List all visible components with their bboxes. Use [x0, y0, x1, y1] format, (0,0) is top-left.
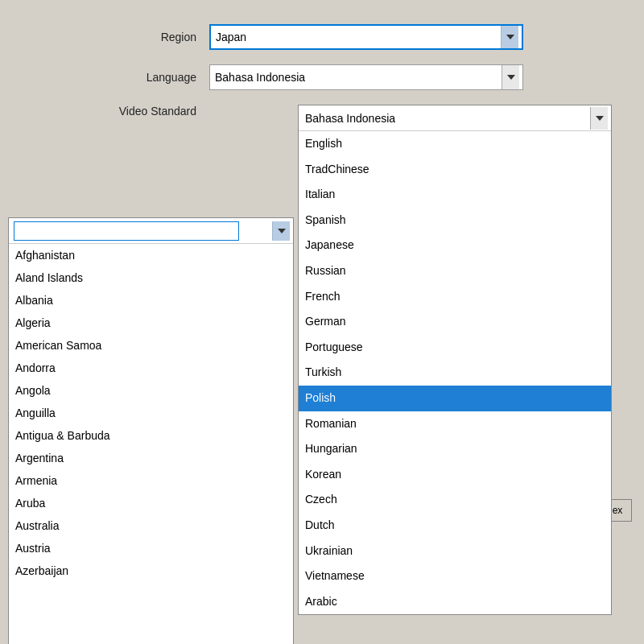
chevron-down-icon [596, 116, 604, 121]
language-selected-value: Bahasa Indonesia [215, 71, 305, 84]
language-item[interactable]: Spanish [299, 208, 611, 233]
region-dropdown[interactable]: Japan [209, 24, 523, 50]
region-row: Region Japan [64, 24, 628, 50]
language-item[interactable]: Romanian [299, 411, 611, 437]
language-label: Language [64, 71, 209, 84]
region-list-arrow[interactable] [272, 221, 290, 241]
region-item[interactable]: Austria [9, 537, 293, 559]
language-dropdown-arrow[interactable] [502, 65, 519, 89]
video-standard-label: Video Standard [64, 105, 209, 118]
language-item[interactable]: Ukrainian [299, 539, 611, 564]
language-item[interactable]: French [299, 284, 611, 310]
language-dropdown-container: Bahasa Indonesia [209, 64, 523, 90]
language-item[interactable]: German [299, 309, 611, 335]
region-item[interactable]: Aland Islands [9, 266, 293, 289]
region-selected-value: Japan [216, 31, 246, 43]
language-item[interactable]: Polish [299, 386, 611, 411]
region-label: Region [64, 31, 209, 43]
region-item[interactable]: Antigua & Barbuda [9, 424, 293, 447]
language-listbox: Bahasa Indonesia EnglishTradChineseItali… [298, 105, 612, 615]
region-item[interactable]: American Samoa [9, 334, 293, 357]
region-dropdown-container: Japan [209, 24, 523, 50]
region-item[interactable]: Armenia [9, 469, 293, 492]
region-dropdown-arrow[interactable] [501, 26, 518, 48]
region-item[interactable]: Azerbaijan [9, 559, 293, 582]
region-item[interactable]: Algeria [9, 312, 293, 334]
region-item[interactable]: Aruba [9, 492, 293, 514]
region-search-input[interactable] [14, 221, 239, 241]
region-item[interactable]: Argentina [9, 447, 293, 469]
language-list[interactable]: EnglishTradChineseItalianSpanishJapanese… [299, 131, 611, 614]
region-item[interactable]: Australia [9, 514, 293, 537]
language-item[interactable]: Hungarian [299, 436, 611, 462]
language-listbox-header: Bahasa Indonesia [299, 105, 611, 131]
language-item[interactable]: Dutch [299, 513, 611, 539]
language-item[interactable]: Russian [299, 258, 611, 284]
language-item[interactable]: Japanese [299, 233, 611, 258]
language-item[interactable]: Italian [299, 182, 611, 208]
language-dropdown[interactable]: Bahasa Indonesia [209, 64, 523, 90]
language-listbox-selected: Bahasa Indonesia [305, 112, 395, 125]
chevron-down-icon [278, 229, 286, 233]
region-list-header [9, 218, 293, 244]
region-item[interactable]: Afghanistan [9, 244, 293, 266]
region-list[interactable]: AfghanistanAland IslandsAlbaniaAlgeriaAm… [9, 244, 293, 644]
region-item[interactable]: Albania [9, 289, 293, 312]
language-item[interactable]: English [299, 131, 611, 157]
region-listbox: AfghanistanAland IslandsAlbaniaAlgeriaAm… [8, 217, 294, 644]
language-item[interactable]: Turkish [299, 360, 611, 386]
region-item[interactable]: Angola [9, 379, 293, 402]
language-listbox-arrow[interactable] [590, 107, 608, 130]
language-item[interactable]: Portuguese [299, 335, 611, 361]
region-item[interactable]: Anguilla [9, 402, 293, 424]
language-item[interactable]: Vietnamese [299, 564, 611, 589]
language-item[interactable]: TradChinese [299, 157, 611, 183]
language-item[interactable]: Arabic [299, 589, 611, 614]
language-row: Language Bahasa Indonesia [64, 64, 628, 90]
language-item[interactable]: Czech [299, 487, 611, 513]
chevron-down-icon [507, 75, 515, 80]
chevron-down-icon [506, 35, 514, 39]
region-item[interactable]: Andorra [9, 357, 293, 379]
language-item[interactable]: Korean [299, 462, 611, 488]
